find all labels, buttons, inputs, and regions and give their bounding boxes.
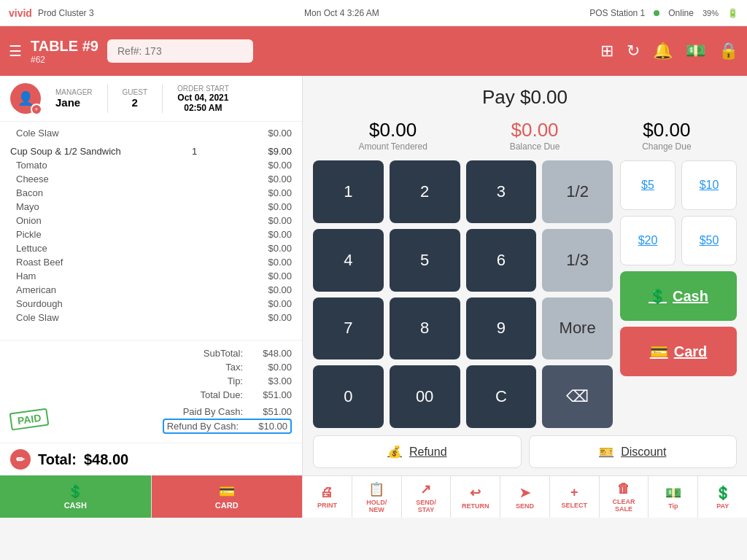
list-item: Cheese$0.00	[10, 172, 292, 186]
edit-button[interactable]: ✏	[10, 449, 31, 470]
numpad-5[interactable]: 5	[390, 229, 460, 292]
right-panel: Pay $0.00 $0.00 Amount Tendered $0.00 Ba…	[303, 76, 747, 518]
numpad-6[interactable]: 6	[466, 229, 537, 292]
bottom-tab-bar: 🖨 PRINT 📋 HOLD/ NEW ↗ SEND/ STAY ↩ RETUR…	[303, 475, 747, 518]
refund-icon: 💰	[387, 445, 402, 459]
list-item: Lettuce$0.00	[10, 241, 292, 255]
paid-cash-value: $51.00	[252, 406, 292, 417]
quick-5-button[interactable]: $5	[620, 160, 676, 210]
left-bottom-tabs: 💲 CASH 💳 CARD	[0, 475, 302, 518]
numpad-7[interactable]: 7	[313, 298, 384, 360]
menu-button[interactable]: ☰	[9, 42, 22, 60]
order-items-list: Cole Slaw $0.00 Cup Soup & 1/2 Sandwich …	[0, 122, 302, 340]
change-due-label: Change Due	[642, 141, 691, 152]
numpad-2[interactable]: 2	[390, 160, 460, 223]
datetime: Mon Oct 4 3:26 AM	[304, 8, 379, 18]
numpad-0[interactable]: 0	[313, 365, 384, 428]
manager-info: MANAGER Jane	[55, 88, 93, 109]
tab-hold-new[interactable]: 📋 HOLD/ NEW	[352, 476, 402, 518]
table-id: #62	[31, 55, 98, 65]
tab-send[interactable]: ➤ SEND	[500, 476, 550, 518]
paid-cash-label: Paid By Cash:	[183, 406, 243, 417]
refresh-icon[interactable]: ↻	[627, 42, 640, 61]
quick-20-button[interactable]: $20	[620, 216, 676, 265]
avatar-badge: +	[31, 104, 42, 115]
tip-row: Tip: $3.00	[10, 374, 292, 388]
total-due-value: $51.00	[252, 389, 292, 400]
tab-select[interactable]: + SELECT	[550, 476, 600, 518]
quick-row-2: $20 $50	[620, 216, 737, 265]
online-status: Online	[668, 8, 694, 18]
quick-10-button[interactable]: $10	[681, 160, 737, 210]
table-info: TABLE #9 #62	[31, 38, 98, 65]
numpad-8[interactable]: 8	[390, 298, 460, 360]
manager-label: MANAGER	[55, 88, 93, 96]
change-due-box: $0.00 Change Due	[642, 119, 691, 152]
numpad-third[interactable]: 1/3	[542, 229, 613, 292]
numpad-clear[interactable]: C	[466, 365, 537, 428]
online-indicator	[654, 10, 659, 16]
numpad-more[interactable]: More	[542, 298, 613, 360]
numpad-delete[interactable]: ⌫	[542, 365, 613, 428]
list-item: Mayo$0.00	[10, 200, 292, 214]
pay-title: Pay $0.00	[303, 76, 747, 119]
amount-tendered-value: $0.00	[358, 119, 427, 141]
tip-value: $3.00	[252, 376, 292, 386]
discount-button[interactable]: 🎫 Discount	[529, 435, 738, 468]
tab-print[interactable]: 🖨 PRINT	[303, 476, 352, 518]
list-item[interactable]: Cup Soup & 1/2 Sandwich 1 $9.00	[10, 144, 292, 158]
paid-stamp: PAID	[9, 408, 50, 430]
numpad-3[interactable]: 3	[466, 160, 537, 223]
bell-icon[interactable]: 🔔	[653, 42, 673, 61]
numpad-grid: 1 2 3 1/2 4 5 6 1/3 7 8 9 More 0 00 C ⌫	[313, 160, 613, 428]
battery-level: 39%	[703, 9, 719, 18]
order-start-date: Oct 04, 2021	[177, 93, 229, 103]
tab-cash[interactable]: 💲 CASH	[0, 475, 152, 518]
header-icons: ⊞ ↻ 🔔 💵 🔒	[600, 42, 738, 61]
card-pay-button[interactable]: 💳 Card	[620, 327, 737, 376]
subtotal-value: $48.00	[252, 348, 292, 359]
header: ☰ TABLE #9 #62 ⊞ ↻ 🔔 💵 🔒	[0, 26, 747, 76]
cluster-name: Prod Cluster 3	[38, 8, 94, 18]
manager-name: Jane	[55, 96, 93, 109]
refund-button[interactable]: 💰 Refund	[313, 435, 522, 468]
tax-label: Tax:	[225, 362, 243, 373]
numpad-half[interactable]: 1/2	[542, 160, 613, 223]
left-panel: 👤 + MANAGER Jane GUEST 2 ORDER START Oct…	[0, 76, 303, 518]
balance-due-box: $0.00 Balance Due	[510, 119, 560, 152]
list-item: American$0.00	[10, 283, 292, 297]
refund-value: $10.00	[247, 421, 287, 432]
amount-tendered-box: $0.00 Amount Tendered	[358, 119, 427, 152]
guest-label: GUEST	[123, 88, 147, 96]
tab-card[interactable]: 💳 CARD	[152, 475, 303, 518]
battery-icon: 🔋	[727, 8, 738, 18]
tab-select-label: SELECT	[562, 502, 588, 509]
ref-input[interactable]	[107, 39, 253, 63]
top-bar-left: vivid Prod Cluster 3	[9, 7, 94, 19]
numpad-4[interactable]: 4	[313, 229, 384, 292]
amounts-row: $0.00 Amount Tendered $0.00 Balance Due …	[303, 119, 747, 160]
tab-print-label: PRINT	[317, 502, 337, 509]
clear-sale-icon: 🗑	[617, 481, 630, 497]
tab-tip[interactable]: 💵 Tip	[649, 476, 698, 518]
cash-icon[interactable]: 💵	[686, 42, 705, 61]
numpad-1[interactable]: 1	[313, 160, 384, 223]
tab-clear-sale[interactable]: 🗑 CLEAR SALE	[600, 476, 649, 518]
lock-icon[interactable]: 🔒	[719, 42, 738, 61]
cash-pay-button[interactable]: 💲 Cash	[620, 271, 737, 321]
layers-icon[interactable]: ⊞	[600, 42, 614, 61]
card-tab-icon: 💳	[219, 483, 235, 499]
order-start-time: 02:50 AM	[177, 103, 229, 113]
tab-pay[interactable]: 💲 PAY	[698, 476, 747, 518]
paid-by-cash-row: Paid By Cash: $51.00	[163, 405, 292, 419]
numpad-00[interactable]: 00	[390, 365, 460, 428]
tip-label: Tip:	[228, 376, 243, 386]
cash-pay-icon: 💲	[649, 287, 667, 305]
numpad-9[interactable]: 9	[466, 298, 537, 360]
total-due-row: Total Due: $51.00	[10, 388, 292, 402]
tab-send-stay[interactable]: ↗ SEND/ STAY	[402, 476, 452, 518]
tab-return[interactable]: ↩ RETURN	[451, 476, 500, 518]
quick-50-button[interactable]: $50	[681, 216, 737, 265]
list-item: Roast Beef$0.00	[10, 255, 292, 269]
item-price: $0.00	[268, 128, 292, 139]
